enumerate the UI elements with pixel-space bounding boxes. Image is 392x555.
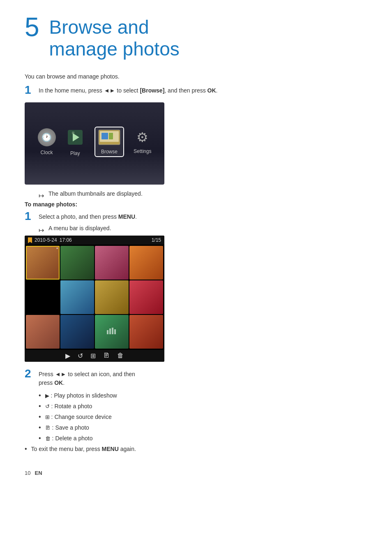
bookmark-icon — [28, 237, 32, 243]
photo-cell-12[interactable] — [129, 315, 163, 349]
intro-text: You can browse and manage photos. — [25, 73, 367, 80]
ok-label-1: OK — [208, 87, 216, 94]
play-label: Play — [70, 150, 80, 156]
svg-rect-7 — [107, 330, 108, 334]
exit-text: To exit the menu bar, press MENU again. — [31, 445, 136, 453]
menu-label-1b: MENU — [118, 213, 135, 220]
home-menu-screenshot: 🕐 Clock Play — [25, 102, 164, 185]
chapter-title-line1: Browse and — [49, 16, 149, 38]
step-2-row: 2 Press ◄► to select an icon, and then p… — [25, 368, 367, 387]
photo-thumb-1 — [26, 246, 60, 280]
photo-header-left: 2010-5-24 17:06 — [28, 237, 72, 243]
photo-cell-8[interactable] — [129, 280, 163, 314]
photo-menubar: ▶ ↺ ⊞ 🖹 🗑 — [25, 350, 164, 362]
photo-thumb-12 — [129, 315, 163, 349]
ok-label-2: OK — [54, 379, 63, 386]
bullet-change-source: • ⊞: Change source device — [39, 413, 367, 421]
browse-label-menu: Browse — [101, 149, 118, 155]
play-icon — [65, 127, 85, 147]
bullet-delete: • 🗑: Delete a photo — [39, 434, 367, 443]
nav-arrows-2: ◄► — [55, 371, 67, 377]
photo-cell-4[interactable] — [129, 246, 163, 280]
step-2-text: Press ◄► to select an icon, and then pre… — [39, 368, 135, 387]
save-photo-icon[interactable]: 🖹 — [103, 352, 110, 360]
photo-browser-screenshot: 2010-5-24 17:06 1/15 ★ — [25, 236, 164, 362]
bullet-text-5: 🗑: Delete a photo — [45, 434, 93, 443]
nav-arrows-1: ◄► — [104, 87, 115, 94]
photo-cell-7[interactable] — [95, 280, 129, 314]
step-1-number: 1 — [25, 84, 39, 97]
play-slideshow-icon[interactable]: ▶ — [65, 352, 70, 360]
photo-cell-3[interactable] — [95, 246, 129, 280]
photo-time: 17:06 — [60, 237, 72, 243]
bullet-play-slideshow: • ▶: Play photos in slideshow — [39, 391, 367, 400]
browse-icon — [98, 129, 121, 146]
clock-label: Clock — [41, 150, 53, 155]
result-arrow-1 — [39, 192, 45, 196]
photo-cell-5[interactable] — [26, 280, 60, 314]
step-2-number: 2 — [25, 368, 39, 380]
photo-thumb-4 — [129, 246, 163, 280]
menu-icons-row: 🕐 Clock Play — [25, 127, 164, 157]
bullet-dot-2: • — [39, 402, 41, 411]
photo-cell-9[interactable] — [26, 315, 60, 349]
result-1-text: The album thumbnails are displayed. — [48, 190, 143, 197]
result-arrow-1b — [39, 226, 45, 230]
section-heading: To manage photos: — [25, 201, 367, 208]
bullet-save: • 🖹: Save a photo — [39, 423, 367, 432]
step-1-row: 1 In the home menu, press ◄► to select [… — [25, 84, 367, 97]
chapter-title: Browse and manage photos — [49, 16, 180, 60]
clock-icon: 🕐 — [38, 128, 56, 146]
svg-rect-9 — [112, 328, 113, 334]
svg-rect-5 — [101, 133, 108, 139]
result-1: The album thumbnails are displayed. — [39, 190, 367, 197]
photo-thumb-7 — [95, 280, 129, 314]
page-number: 10 — [25, 470, 30, 476]
result-1b: A menu bar is displayed. — [39, 225, 367, 231]
delete-photo-icon[interactable]: 🗑 — [117, 352, 124, 360]
bullet-text-4: 🖹: Save a photo — [45, 423, 89, 432]
bullet-text-3: ⊞: Change source device — [45, 413, 112, 421]
chapter-number: 5 — [25, 14, 39, 40]
page-title-section: 5 Browse and manage photos — [25, 16, 367, 60]
footer-lang: EN — [35, 470, 42, 476]
bullet-text-2: ↺: Rotate a photo — [45, 402, 92, 411]
menu-item-clock: 🕐 Clock — [38, 128, 56, 155]
photo-date: 2010-5-24 — [35, 237, 57, 243]
photo-grid: ★ — [25, 245, 164, 350]
svg-rect-10 — [114, 329, 116, 334]
bullet-rotate: • ↺: Rotate a photo — [39, 402, 367, 411]
step-1-text: In the home menu, press ◄► to select [Br… — [39, 84, 218, 95]
page-indicator: 1/15 — [152, 237, 161, 243]
photo-thumb-6 — [60, 280, 94, 314]
settings-label: Settings — [134, 148, 151, 154]
exit-menu-bullet: • To exit the menu bar, press MENU again… — [25, 445, 367, 453]
bullet-dot-5: • — [39, 434, 41, 443]
step-1b-row: 1 Select a photo, and then press MENU. — [25, 210, 367, 223]
bullet-dot-4: • — [39, 423, 41, 432]
bullet-section: • ▶: Play photos in slideshow • ↺: Rotat… — [39, 391, 367, 443]
menu-item-play: Play — [65, 127, 85, 156]
menu-item-settings: ⚙ Settings — [134, 130, 151, 154]
photo-cell-6[interactable] — [60, 280, 94, 314]
photo-cell-10[interactable] — [60, 315, 94, 349]
change-source-icon[interactable]: ⊞ — [90, 352, 96, 360]
photo-cell-11[interactable] — [95, 315, 129, 349]
menu-label-exit: MENU — [102, 446, 119, 452]
page-footer: 10 EN — [25, 470, 367, 476]
photo-cell-1[interactable]: ★ — [26, 246, 60, 280]
source-icon-bullet: ⊞ — [45, 413, 50, 421]
exit-bullet-dot: • — [25, 445, 27, 453]
photo-thumb-10 — [60, 315, 94, 349]
photo-thumb-3 — [95, 246, 129, 280]
step-1b-text: Select a photo, and then press MENU. — [39, 210, 137, 221]
bullet-text-1: ▶: Play photos in slideshow — [45, 391, 117, 400]
rotate-icon[interactable]: ↺ — [78, 352, 83, 360]
photo-thumb-5 — [26, 280, 60, 314]
photo-cell-2[interactable] — [60, 246, 94, 280]
play-icon-bullet: ▶ — [45, 392, 49, 400]
bullet-dot-3: • — [39, 413, 41, 421]
photo-thumb-9 — [26, 315, 60, 349]
result-1b-text: A menu bar is displayed. — [48, 225, 111, 231]
settings-icon: ⚙ — [136, 130, 148, 145]
